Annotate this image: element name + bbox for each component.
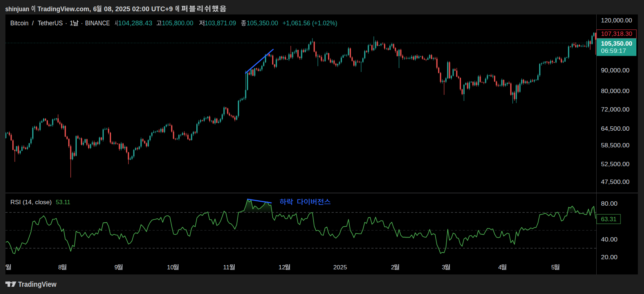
- svg-text:·: ·: [65, 20, 67, 27]
- svg-text:53.11: 53.11: [56, 199, 70, 206]
- svg-text:10: 10: [167, 264, 174, 271]
- svg-text:72,000.00: 72,000.00: [601, 106, 630, 113]
- svg-text:58,500.00: 58,500.00: [601, 142, 630, 149]
- svg-text:shinjuan: shinjuan: [5, 5, 29, 13]
- svg-text:2: 2: [391, 264, 394, 271]
- svg-text:63.31: 63.31: [601, 216, 617, 223]
- svg-text:90,000.00: 90,000.00: [601, 67, 630, 74]
- svg-text:64,500.00: 64,500.00: [601, 125, 630, 132]
- svg-text:+1,061.56 (+1.02%): +1,061.56 (+1.02%): [282, 20, 337, 27]
- svg-text:9: 9: [114, 264, 118, 271]
- svg-text:52,500.00: 52,500.00: [601, 161, 630, 168]
- svg-text:11: 11: [223, 264, 230, 271]
- svg-text:4: 4: [498, 264, 502, 271]
- svg-text:12: 12: [278, 264, 285, 271]
- svg-text:105,800.00: 105,800.00: [162, 20, 193, 27]
- svg-text:47,500.00: 47,500.00: [601, 178, 630, 185]
- svg-text:·: ·: [81, 20, 83, 27]
- svg-text:BINANCE: BINANCE: [85, 20, 110, 27]
- svg-text:/: /: [32, 20, 34, 27]
- svg-text:120,000.00: 120,000.00: [601, 17, 632, 24]
- svg-text:3: 3: [442, 264, 445, 271]
- svg-text:80,000.00: 80,000.00: [601, 88, 630, 94]
- svg-text:107,318.30: 107,318.30: [601, 30, 632, 37]
- svg-text:06:59:17: 06:59:17: [601, 47, 626, 54]
- svg-text:20.00: 20.00: [601, 254, 618, 261]
- svg-text:RSI (14, close): RSI (14, close): [10, 199, 52, 206]
- svg-text:105,350.00: 105,350.00: [247, 20, 278, 27]
- svg-text:6: 6: [93, 5, 97, 13]
- svg-text:1: 1: [70, 20, 73, 27]
- svg-text:TradingView: TradingView: [18, 280, 56, 288]
- svg-text:Bitcoin: Bitcoin: [10, 20, 29, 27]
- svg-text:104,288.43: 104,288.43: [118, 20, 153, 27]
- svg-text:80.00: 80.00: [601, 200, 618, 207]
- svg-text:2025: 2025: [333, 264, 347, 271]
- svg-text:TradingView.com,: TradingView.com,: [38, 5, 91, 13]
- svg-text:103,871.09: 103,871.09: [205, 20, 236, 27]
- svg-text:40.00: 40.00: [601, 236, 618, 243]
- svg-text:105,350.00: 105,350.00: [601, 40, 632, 47]
- svg-text:08, 2025 02:00 UTC+9: 08, 2025 02:00 UTC+9: [104, 5, 173, 13]
- svg-text:TetherUS: TetherUS: [38, 20, 63, 27]
- svg-text:8: 8: [58, 264, 61, 271]
- svg-text:5: 5: [551, 264, 554, 271]
